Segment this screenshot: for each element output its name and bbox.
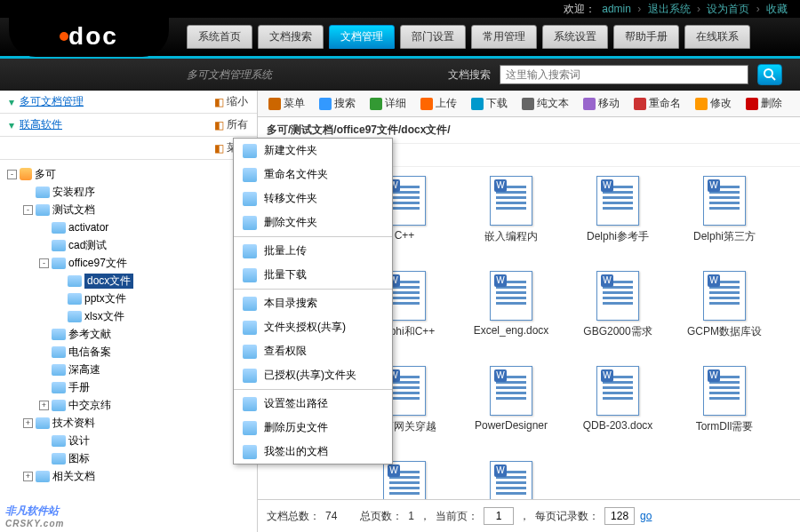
toolbar-详细[interactable]: 详细: [366, 94, 410, 113]
perpage-input[interactable]: [604, 507, 635, 525]
go-button[interactable]: go: [640, 510, 652, 522]
menu-item[interactable]: 文件夹授权(共享): [234, 315, 392, 339]
tree-node[interactable]: activator: [0, 218, 257, 236]
tree-node[interactable]: -多可: [0, 165, 257, 183]
tree-node[interactable]: pptx文件: [0, 290, 257, 307]
menu-label: 批量下载: [264, 267, 307, 282]
tree-node[interactable]: -测试文档: [0, 201, 257, 218]
sub-header: 多可文档管理系统 文档搜索: [0, 59, 800, 91]
toolbar-下载[interactable]: 下载: [468, 94, 511, 113]
menu-item[interactable]: 新建文件夹: [234, 139, 392, 163]
nav-tab-2[interactable]: 文档管理: [329, 25, 395, 49]
tree-node[interactable]: +技术资料: [0, 414, 257, 432]
file-item[interactable]: GCPM数据库设: [684, 271, 764, 339]
toolbar-修改[interactable]: 修改: [692, 94, 735, 113]
menu-item[interactable]: 已授权(共享)文件夹: [234, 363, 392, 387]
side-row-btn[interactable]: ◧缩小: [214, 94, 248, 109]
nav-tab-0[interactable]: 系统首页: [187, 25, 252, 49]
nav-tab-3[interactable]: 部门设置: [400, 25, 466, 49]
file-name: Delphi第三方: [684, 229, 764, 244]
menu-icon: [243, 397, 257, 411]
file-item[interactable]: Delphi第三方: [684, 176, 764, 244]
toggle-icon[interactable]: -: [23, 205, 33, 215]
menu-item[interactable]: 本目录搜索: [234, 291, 392, 315]
toolbar-纯文本[interactable]: 纯文本: [518, 94, 572, 113]
file-item[interactable]: QDB-203.docx: [578, 366, 658, 434]
tree-node[interactable]: 安装程序: [0, 183, 257, 201]
menu-icon: [243, 192, 257, 206]
nav-tab-6[interactable]: 帮助手册: [613, 25, 679, 49]
menu-item[interactable]: 转移文件夹: [234, 187, 392, 210]
nav-tab-5[interactable]: 系统设置: [542, 25, 608, 49]
tree-node[interactable]: 电信备案: [0, 343, 257, 361]
total-pages-value: 1: [408, 510, 414, 522]
menu-icon: [243, 321, 257, 335]
favorite-link[interactable]: 收藏: [766, 3, 788, 15]
tree-node[interactable]: 深高速: [0, 361, 257, 378]
tree-node[interactable]: docx文件: [0, 272, 257, 290]
folder-icon: [52, 240, 66, 251]
menu-item[interactable]: 删除文件夹: [234, 210, 392, 234]
user-link[interactable]: admin: [602, 3, 631, 15]
menu-item[interactable]: 设置签出路径: [234, 392, 392, 416]
file-item[interactable]: TormDll需要: [684, 366, 764, 434]
toolbar: 菜单搜索详细上传下载纯文本移动重命名修改删除: [258, 91, 800, 117]
tree-node[interactable]: 手册: [0, 378, 257, 396]
toolbar-菜单[interactable]: 菜单: [265, 94, 308, 113]
menu-item[interactable]: 批量上传: [234, 239, 392, 263]
tree-node[interactable]: +相关文档: [0, 467, 257, 485]
nav-tab-7[interactable]: 在线联系: [684, 25, 750, 49]
menu-item[interactable]: 重命名文件夹: [234, 163, 392, 187]
menu-label: 文件夹授权(共享): [264, 320, 346, 335]
toolbar-搜索[interactable]: 搜索: [316, 94, 359, 113]
menu-icon: [243, 345, 257, 359]
menu-item[interactable]: 删除历史文件: [234, 416, 392, 440]
tree-node[interactable]: 图标: [0, 449, 257, 467]
toggle-icon[interactable]: +: [23, 472, 33, 481]
file-item[interactable]: PowerDesigner: [471, 366, 551, 434]
folder-icon: [52, 453, 66, 465]
nav-tab-1[interactable]: 文档搜索: [258, 25, 324, 49]
toolbar-上传[interactable]: 上传: [417, 94, 460, 113]
toggle-icon[interactable]: +: [23, 418, 33, 428]
file-name: Delphi参考手: [578, 229, 658, 244]
current-page-input[interactable]: [484, 507, 514, 525]
toolbar-移动[interactable]: 移动: [580, 94, 623, 113]
file-item[interactable]: 嵌入编程内: [471, 176, 551, 244]
tree-node[interactable]: 参考文献: [0, 325, 257, 343]
file-item[interactable]: Delphi参考手: [578, 176, 658, 244]
toggle-icon[interactable]: -: [39, 258, 49, 268]
logo: doc: [9, 16, 169, 57]
expand-icon[interactable]: ▾: [9, 119, 14, 131]
toggle-icon[interactable]: -: [7, 170, 17, 179]
file-item[interactable]: VFW说明(中: [471, 461, 551, 499]
toggle-icon[interactable]: +: [39, 401, 49, 410]
menu-item[interactable]: 我签出的文档: [234, 440, 392, 464]
search-button[interactable]: [757, 64, 782, 85]
toolbar-icon: [370, 98, 382, 110]
nav-tab-4[interactable]: 常用管理: [471, 25, 537, 49]
tree-node[interactable]: cad测试: [0, 236, 257, 254]
expand-icon[interactable]: ▾: [9, 96, 14, 108]
tree-node[interactable]: +中交京纬: [0, 396, 257, 414]
toolbar-重命名[interactable]: 重命名: [630, 94, 684, 113]
logout-link[interactable]: 退出系统: [648, 3, 691, 15]
tree-label: 参考文献: [68, 327, 111, 342]
side-row-btn[interactable]: ◧所有: [214, 117, 248, 132]
menu-item[interactable]: 查看权限: [234, 339, 392, 363]
side-row-label[interactable]: 联高软件: [20, 117, 209, 132]
file-item[interactable]: GBG2000需求: [578, 271, 658, 339]
menu-item[interactable]: 批量下载: [234, 263, 392, 287]
folder-icon: [36, 471, 50, 482]
file-item[interactable]: Excel_eng.docx: [471, 271, 551, 339]
tree-node[interactable]: 设计: [0, 432, 257, 449]
tree-node[interactable]: -office97文件: [0, 254, 257, 272]
toolbar-删除[interactable]: 删除: [742, 94, 786, 113]
tree-label: 安装程序: [52, 185, 95, 200]
side-row-label[interactable]: 多可文档管理: [20, 94, 209, 109]
homepage-link[interactable]: 设为首页: [707, 3, 749, 15]
tree-node[interactable]: xlsx文件: [0, 307, 257, 325]
search-input[interactable]: [500, 65, 748, 84]
folder-icon: [52, 346, 66, 358]
file-item[interactable]: Torm树目组织: [364, 461, 444, 499]
